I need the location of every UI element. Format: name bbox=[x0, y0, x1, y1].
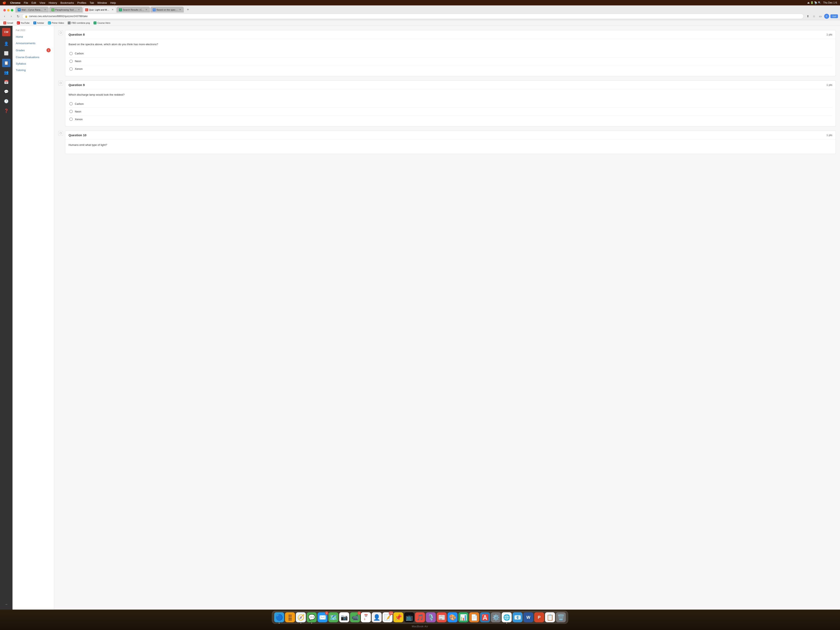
dock-item-pages[interactable]: 📄 bbox=[469, 612, 479, 622]
bookmark-fbd[interactable]: 📎 FBD combine.png bbox=[66, 21, 92, 25]
dock-item-photos[interactable]: 📷 bbox=[339, 612, 349, 622]
new-tab-button[interactable]: + bbox=[185, 7, 191, 13]
dock-item-keynote[interactable]: 🎨 bbox=[447, 612, 458, 622]
bookmark-gmail[interactable]: M Gmail bbox=[2, 21, 15, 25]
dock-item-podcasts[interactable]: 🎙️ bbox=[426, 612, 436, 622]
dock-item-contacts[interactable]: 👤 bbox=[372, 612, 382, 622]
sidebar-item-help[interactable]: ❓ bbox=[2, 107, 10, 115]
question-9-option-neon[interactable]: Neon bbox=[68, 108, 832, 115]
nav-item-announcements[interactable]: Announcements bbox=[13, 40, 54, 46]
reload-button[interactable]: ↻ bbox=[16, 14, 21, 19]
bookmark-hotstar[interactable]: h hotstar bbox=[32, 21, 46, 25]
dock-item-maps[interactable]: 🗺️ bbox=[328, 612, 338, 622]
dock-item-reminders[interactable]: 📝 3136 bbox=[382, 612, 393, 622]
dock-item-powerpoint[interactable]: P bbox=[534, 612, 544, 622]
question-10-pts: 1 pts bbox=[826, 134, 832, 137]
share-icon[interactable]: ⬆ bbox=[805, 14, 810, 19]
sidebar-item-calendar[interactable]: 📅 bbox=[2, 78, 10, 86]
sidebar-item-groups[interactable]: 👥 bbox=[2, 68, 10, 77]
question-8-option-carbon[interactable]: Carbon bbox=[68, 50, 832, 57]
sidebar-item-profile[interactable]: 👤 bbox=[2, 39, 10, 48]
dock-item-music[interactable]: 🎵 bbox=[415, 612, 425, 622]
nav-item-grades[interactable]: Grades 1 bbox=[13, 46, 54, 54]
minimize-button[interactable] bbox=[7, 9, 9, 11]
dock-item-mailapp[interactable]: 📧 bbox=[513, 612, 523, 622]
question-10-row: ☐ Question 10 1 pts Humans emit what typ… bbox=[58, 131, 836, 154]
question-10-flag[interactable]: ☐ bbox=[58, 131, 63, 136]
sidebar-item-courses[interactable]: 📋 bbox=[2, 59, 10, 67]
question-8-radio-neon[interactable] bbox=[69, 60, 73, 63]
dock-item-calendar[interactable]: 📅1 bbox=[361, 612, 371, 622]
tab-coursehero[interactable]: C Search Results | Course Hero ✕ bbox=[117, 7, 150, 13]
nav-item-tutoring[interactable]: Tutoring bbox=[13, 67, 54, 73]
dock-item-facetime[interactable]: 📹 1 bbox=[350, 612, 360, 622]
close-button[interactable] bbox=[3, 9, 6, 11]
bookmark-coursehero[interactable]: C Course Hero bbox=[92, 21, 112, 25]
dock-item-launchpad[interactable]: ⣿ bbox=[285, 612, 295, 622]
canvas-logo[interactable]: CW bbox=[2, 28, 10, 36]
dock-item-chrome[interactable]: 🌐 bbox=[502, 612, 512, 622]
forward-button[interactable]: › bbox=[9, 14, 14, 19]
dock-item-systemprefs[interactable]: ⚙️ bbox=[491, 612, 501, 622]
back-button[interactable]: ‹ bbox=[2, 14, 7, 19]
dock-item-appstore[interactable]: 🅰️ bbox=[480, 612, 490, 622]
tab-quiz[interactable]: C Quiz: Light and Matter ✕ bbox=[83, 7, 116, 13]
sidebar-toggle-icon[interactable]: ▭ bbox=[818, 14, 823, 19]
tab-close-quillbot[interactable]: ✕ bbox=[77, 8, 80, 11]
dock-item-trash[interactable]: 🗑️ bbox=[556, 612, 566, 622]
question-8-option-neon[interactable]: Neon bbox=[68, 57, 832, 65]
question-8-option-xenon[interactable]: Xenon bbox=[68, 65, 832, 73]
tab-mail[interactable]: M Mail – Cyrus Rana – Outlook ✕ bbox=[16, 7, 49, 13]
question-9-radio-xenon[interactable] bbox=[69, 117, 73, 121]
question-9-option-carbon[interactable]: Carbon bbox=[68, 100, 832, 108]
maximize-button[interactable] bbox=[11, 9, 13, 11]
question-8-radio-carbon[interactable] bbox=[69, 52, 73, 55]
bookmark-youtube[interactable]: ▶ YouTube bbox=[15, 21, 31, 25]
question-9-option-xenon[interactable]: Xenon bbox=[68, 115, 832, 123]
nav-item-course-evaluations[interactable]: Course Evaluations bbox=[13, 54, 54, 60]
tab-quillbot[interactable]: Q Paraphrasing Tool | QuillBot AI ✕ bbox=[49, 7, 82, 13]
tab-google[interactable]: G Based on the spectra above, ✕ bbox=[150, 7, 184, 13]
dock-item-notes[interactable]: 📋 bbox=[545, 612, 555, 622]
question-9-flag[interactable]: ☐ bbox=[58, 81, 63, 85]
question-8-radio-xenon[interactable] bbox=[69, 67, 73, 71]
menu-window[interactable]: Window bbox=[97, 1, 107, 5]
nav-item-home[interactable]: Home bbox=[13, 33, 54, 40]
sidebar-item-inbox[interactable]: 💬 bbox=[2, 87, 10, 96]
dock-item-news[interactable]: 📰 bbox=[437, 612, 447, 622]
update-button[interactable]: Upd bbox=[831, 14, 838, 18]
sidebar-item-history[interactable]: 🕐 bbox=[2, 97, 10, 106]
menu-bookmarks[interactable]: Bookmarks bbox=[60, 1, 74, 5]
dock-item-mail[interactable]: ✉️ 6 bbox=[317, 612, 327, 622]
dock-item-messages[interactable]: 💬 bbox=[307, 612, 317, 622]
menu-tab[interactable]: Tab bbox=[90, 1, 94, 5]
profile-circle[interactable]: C bbox=[824, 14, 829, 19]
dock-item-finder[interactable]: 🔵 bbox=[274, 612, 284, 622]
url-bar[interactable]: 🔒 canvas.cwu.edu/courses/88692/quizzes/2… bbox=[22, 14, 804, 19]
dock-item-word[interactable]: W bbox=[523, 612, 533, 622]
menu-history[interactable]: History bbox=[49, 1, 57, 5]
dock-item-stickies[interactable]: 📌 bbox=[393, 612, 403, 622]
menu-help[interactable]: Help bbox=[111, 1, 116, 5]
question-8-flag[interactable]: ☐ bbox=[58, 30, 63, 35]
tab-close-quiz[interactable]: ✕ bbox=[111, 8, 114, 11]
tab-close-mail[interactable]: ✕ bbox=[44, 8, 46, 11]
dock-item-safari[interactable]: 🧭 bbox=[296, 612, 306, 622]
nav-item-syllabus[interactable]: Syllabus bbox=[13, 60, 54, 67]
tab-close-google[interactable]: ✕ bbox=[179, 8, 182, 11]
bookmark-prime[interactable]: ▶ Prime Video bbox=[46, 21, 66, 25]
apple-menu[interactable]: 🍎 bbox=[3, 1, 6, 5]
dock-item-numbers[interactable]: 📊 bbox=[458, 612, 468, 622]
app-name[interactable]: Chrome bbox=[10, 1, 21, 5]
sidebar-item-dashboard[interactable]: ⬜ bbox=[2, 49, 10, 57]
menu-edit[interactable]: Edit bbox=[32, 1, 36, 5]
question-9-radio-neon[interactable] bbox=[69, 110, 73, 113]
menu-file[interactable]: File bbox=[24, 1, 28, 5]
menu-view[interactable]: View bbox=[39, 1, 45, 5]
bookmark-star-icon[interactable]: ☆ bbox=[812, 14, 817, 19]
sidebar-collapse-arrow[interactable]: → bbox=[2, 601, 10, 608]
dock-item-appletv[interactable]: 📺 bbox=[404, 612, 414, 622]
menu-profiles[interactable]: Profiles bbox=[77, 1, 86, 5]
question-9-radio-carbon[interactable] bbox=[69, 102, 73, 106]
tab-close-coursehero[interactable]: ✕ bbox=[145, 8, 148, 11]
